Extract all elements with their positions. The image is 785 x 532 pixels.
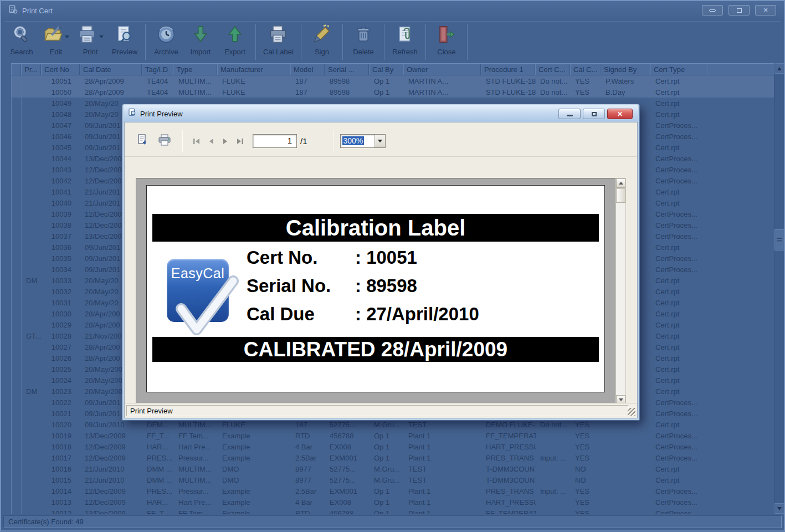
row-selector-cell[interactable]	[12, 98, 22, 109]
scroll-thumb[interactable]	[774, 229, 784, 250]
row-selector-cell[interactable]	[12, 253, 22, 264]
row-selector-cell[interactable]	[12, 474, 22, 485]
maximize-button[interactable]	[728, 5, 750, 16]
table-row-10012[interactable]: 1001213/Dec/2009FF_T...FF Tem...ExampleR…	[12, 508, 776, 514]
row-selector-cell[interactable]	[12, 364, 22, 375]
column-header-type[interactable]: Type	[173, 64, 217, 75]
row-selector-cell[interactable]	[12, 297, 22, 308]
chevron-down-icon[interactable]	[65, 35, 69, 38]
print-report-icon[interactable]	[157, 134, 172, 149]
row-selector-cell[interactable]	[12, 508, 22, 514]
row-selector-cell[interactable]	[12, 330, 22, 341]
dialog-minimize-button[interactable]	[558, 109, 581, 119]
toolbar-button-cal-label[interactable]: Cal Label	[259, 22, 297, 62]
column-header-cal-date[interactable]: Cal Date	[80, 64, 142, 75]
column-header-owner[interactable]: Owner	[403, 64, 481, 75]
toolbar-button-archive[interactable]: Archive	[149, 22, 183, 62]
export-report-icon[interactable]	[136, 134, 150, 149]
row-selector-cell[interactable]	[12, 397, 22, 408]
close-window-button[interactable]: ✕	[755, 5, 776, 16]
column-header-cal-c[interactable]: Cal C...	[570, 64, 601, 75]
grid-vertical-scrollbar[interactable]	[774, 63, 784, 514]
column-header-pr[interactable]: Pr...	[21, 64, 41, 75]
row-selector-cell[interactable]	[12, 386, 22, 397]
chevron-down-icon[interactable]	[99, 35, 104, 38]
toolbar-button-refresh[interactable]: Refresh	[388, 22, 422, 62]
page-number-input[interactable]: 1	[253, 134, 297, 148]
table-row-10018[interactable]: 1001812/Dec/2009HAR...Hart Pre...Example…	[12, 441, 776, 452]
minimize-button[interactable]	[702, 5, 723, 16]
toolbar-button-edit[interactable]: Edit	[39, 22, 73, 62]
table-row-10015[interactable]: 1001521/Jun/2010DMM ...MULTIM...DMO89775…	[12, 474, 776, 485]
zoom-dropdown-button[interactable]	[374, 135, 385, 147]
dialog-maximize-button[interactable]	[583, 109, 605, 119]
row-selector-cell[interactable]	[12, 319, 22, 330]
row-selector-cell[interactable]	[12, 164, 22, 175]
column-header-signed-by[interactable]: Signed By	[601, 64, 650, 75]
row-selector-cell[interactable]	[12, 408, 22, 419]
row-selector-cell[interactable]	[12, 231, 22, 242]
first-page-button[interactable]	[189, 135, 204, 148]
row-selector-cell[interactable]	[12, 275, 22, 286]
row-selector-cell[interactable]	[12, 86, 22, 98]
row-selector-cell[interactable]	[12, 497, 22, 508]
row-selector-cell[interactable]	[12, 120, 22, 131]
preview-vertical-scrollbar[interactable]	[615, 178, 626, 405]
column-header-cert-type[interactable]: Cert Type	[650, 64, 707, 75]
row-selector-cell[interactable]	[12, 142, 22, 153]
row-selector-cell[interactable]	[12, 286, 22, 297]
toolbar-button-delete[interactable]: Delete	[346, 22, 381, 62]
row-selector-cell[interactable]	[12, 308, 22, 319]
row-selector-cell[interactable]	[12, 109, 22, 120]
column-header-manufacturer[interactable]: Manufacturer	[217, 64, 290, 75]
table-row-10051[interactable]: 1005128/Apr/2009TE404MULTIM...FLUKE18789…	[12, 75, 776, 86]
column-header-cert-c[interactable]: Cert C...	[535, 64, 570, 75]
zoom-select[interactable]: 300%	[340, 134, 386, 148]
column-header-tag-id[interactable]: Tag/I.D	[142, 64, 173, 75]
row-selector-cell[interactable]	[12, 186, 22, 197]
toolbar-button-import[interactable]: Import	[183, 22, 218, 62]
scroll-up-button[interactable]	[774, 63, 784, 74]
row-selector-cell[interactable]	[12, 131, 22, 142]
row-selector-cell[interactable]	[12, 441, 22, 452]
column-header-cal-by[interactable]: Cal By	[369, 64, 403, 75]
toolbar-button-search[interactable]: Search	[4, 22, 39, 62]
table-row-10013[interactable]: 1001312/Dec/2009HAR...Hart Pre...Example…	[12, 497, 776, 508]
row-selector-cell[interactable]	[12, 375, 22, 386]
last-page-button[interactable]	[233, 135, 247, 148]
table-row-10016[interactable]: 1001621/Jun/2010DMM ...MULTIM...DMO89775…	[12, 463, 776, 474]
dialog-close-button[interactable]: ✕	[607, 109, 633, 119]
scroll-down-button[interactable]	[774, 503, 784, 514]
table-row-10017[interactable]: 1001712/Dec/2009PRES...Pressur...Example…	[12, 452, 776, 463]
row-selector-cell[interactable]	[12, 153, 22, 164]
previous-page-button[interactable]	[204, 135, 218, 148]
next-page-button[interactable]	[218, 135, 233, 148]
row-selector-cell[interactable]	[12, 242, 22, 253]
row-selector-cell[interactable]	[12, 219, 22, 231]
table-row-10020[interactable]: 1002009/Jun/2010DEM...MULTIM...FLUKE1875…	[12, 419, 776, 430]
row-selector-cell[interactable]	[12, 419, 22, 430]
row-selector-cell[interactable]	[12, 463, 22, 474]
preview-vscroll-thumb[interactable]	[616, 188, 625, 203]
row-selector-cell[interactable]	[12, 175, 22, 186]
row-selector-cell[interactable]	[12, 341, 22, 352]
row-selector-cell[interactable]	[12, 264, 22, 275]
toolbar-button-preview[interactable]: Preview	[107, 22, 142, 62]
row-selector-cell[interactable]	[12, 75, 22, 86]
toolbar-button-print[interactable]: Print	[73, 22, 107, 62]
column-header-cert-no[interactable]: Cert No	[41, 64, 80, 75]
table-row-10019[interactable]: 1001913/Dec/2009FF_T...FF Tem...ExampleR…	[12, 430, 776, 441]
toolbar-button-close[interactable]: Close	[429, 22, 464, 62]
column-header-model[interactable]: Model	[290, 64, 325, 75]
row-selector-cell[interactable]	[12, 485, 22, 497]
table-row-10014[interactable]: 1001412/Dec/2009PRES...Pressur...Example…	[12, 485, 776, 497]
resize-grip[interactable]	[628, 408, 635, 416]
toolbar-button-export[interactable]: Export	[218, 22, 252, 62]
toolbar-button-sign[interactable]: Sign	[305, 22, 339, 62]
row-selector-cell[interactable]	[12, 208, 22, 219]
table-row-10050[interactable]: 1005028/Apr/2009TE404MULTIM...FLUKE18789…	[12, 86, 776, 98]
preview-scroll-up-button[interactable]	[616, 178, 625, 188]
row-selector-cell[interactable]	[12, 352, 22, 364]
column-header-procedure-1[interactable]: Procedure 1	[481, 64, 535, 75]
row-selector-cell[interactable]	[12, 430, 22, 441]
